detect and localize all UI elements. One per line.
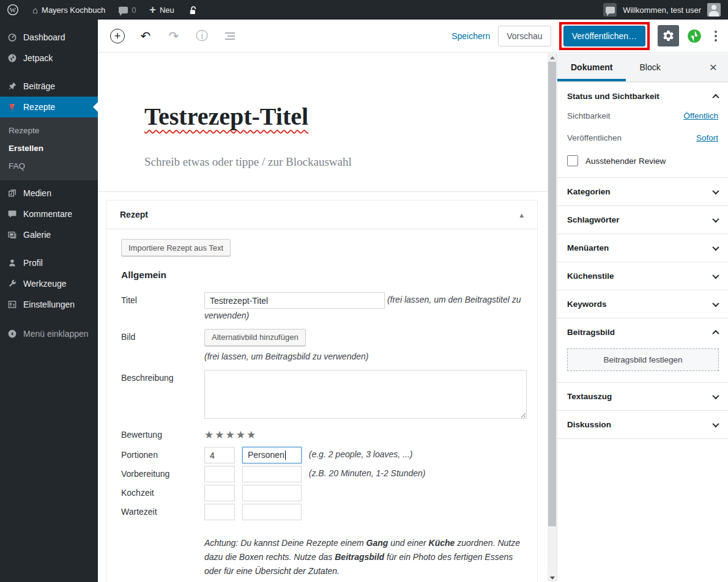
submenu-item-erstellen[interactable]: Erstellen: [0, 139, 98, 157]
import-recipe-button[interactable]: Importiere Rezept aus Text: [121, 239, 231, 256]
panel-menuearten[interactable]: Menüarten: [557, 234, 728, 262]
wordpress-logo-icon[interactable]: W: [0, 0, 26, 20]
sidebar-item-gallery[interactable]: Galerie: [0, 224, 98, 245]
submenu-item-faq[interactable]: FAQ: [0, 157, 98, 175]
recipe-metabox-header[interactable]: Rezept ▴: [106, 201, 537, 229]
plus-circle-icon: +: [110, 29, 125, 43]
cook-time-unit-input[interactable]: [242, 485, 302, 501]
sidebar-item-dashboard[interactable]: Dashboard: [0, 27, 98, 48]
redo-button[interactable]: ↷: [163, 25, 185, 47]
scroll-down-arrow[interactable]: [548, 574, 557, 582]
set-featured-image-button[interactable]: Beitragsbild festlegen: [567, 348, 719, 371]
prep-time-unit-input[interactable]: [242, 466, 302, 482]
welcome-text: Willkommen, test user: [623, 6, 701, 15]
list-view-icon: [225, 32, 235, 40]
editor-canvas: Testrezept-Titel Schreib etwas oder tipp…: [98, 53, 548, 582]
block-inserter-button[interactable]: +: [106, 25, 128, 47]
chevron-down-icon: [712, 392, 719, 399]
panel-beitragsbild[interactable]: Beitragsbild: [557, 318, 728, 346]
notification-bubble-icon: [606, 7, 615, 13]
panel-kategorien[interactable]: Kategorien: [557, 177, 728, 205]
dashboard-gauge-icon: [7, 32, 17, 42]
visibility-link[interactable]: Öffentlich: [683, 111, 718, 120]
servings-unit-input[interactable]: Personen: [242, 447, 302, 463]
panel-schlagwoerter[interactable]: Schlagwörter: [557, 205, 728, 234]
add-alt-image-button[interactable]: Alternativbild hinzufügen: [204, 329, 306, 346]
recipe-metabox: Rezept ▴ Importiere Rezept aus Text Allg…: [106, 200, 538, 582]
user-icon: [7, 258, 17, 268]
submenu-item-rezepte[interactable]: Rezepte: [0, 122, 98, 139]
sidebar-item-recipes[interactable]: Rezepte: [0, 97, 98, 117]
avatar[interactable]: [707, 3, 721, 17]
panel-kuechenstile[interactable]: Küchenstile: [557, 262, 728, 290]
sidebar-item-tools[interactable]: Werkzeuge: [0, 273, 98, 294]
chevron-down-icon: [712, 187, 719, 194]
scrollbar-thumb[interactable]: [548, 62, 556, 526]
preview-button[interactable]: Vorschau: [498, 26, 551, 46]
publish-button[interactable]: Veröffentlichen…: [563, 26, 645, 46]
cook-time-amount-input[interactable]: [204, 485, 235, 501]
block-navigation-button[interactable]: [219, 25, 241, 47]
panel-keywords[interactable]: Keywords: [557, 290, 728, 318]
scroll-up-arrow[interactable]: [548, 53, 557, 61]
pending-review-label: Ausstehender Review: [585, 157, 666, 166]
undo-button[interactable]: ↶: [135, 25, 157, 47]
vorbereitung-hint: (z.B. 20 Minuten, 1-2 Stunden): [309, 468, 426, 478]
notification-bubble-button[interactable]: [603, 3, 617, 17]
publish-date-link[interactable]: Sofort: [696, 133, 718, 142]
site-name: Mayers Kochbuch: [42, 6, 105, 15]
tab-document[interactable]: Dokument: [557, 53, 626, 81]
field-label-bewertung: Bewertung: [121, 427, 204, 444]
comments-icon: [7, 209, 17, 219]
chevron-down-icon: [712, 300, 719, 306]
chevron-down-icon: [712, 243, 719, 250]
content-scrollbar[interactable]: [548, 53, 557, 582]
wrench-icon: [7, 279, 17, 289]
panel-status-visibility[interactable]: Status und Sichtbarkeit: [557, 82, 728, 110]
settings-toggle-button[interactable]: [658, 25, 679, 46]
new-label: Neu: [160, 6, 174, 15]
tab-block[interactable]: Block: [626, 53, 674, 81]
admin-menu: Dashboard Jetpack Beiträge Rezepte Rezep…: [0, 20, 98, 582]
sidebar-item-settings[interactable]: Einstellungen: [0, 294, 98, 315]
sidebar-item-jetpack[interactable]: Jetpack: [0, 48, 98, 68]
more-options-button[interactable]: [710, 27, 722, 45]
comments-admin-link[interactable]: 0: [112, 0, 143, 20]
post-title-block[interactable]: Testrezept-Titel: [144, 102, 548, 131]
sidebar-item-comments[interactable]: Kommentare: [0, 204, 98, 224]
sidebar-item-posts[interactable]: Beiträge: [0, 76, 98, 97]
wait-time-amount-input[interactable]: [204, 504, 235, 520]
recipe-title-input[interactable]: [204, 292, 385, 309]
content-structure-button[interactable]: ⓘ: [191, 25, 213, 47]
publish-date-label: Veröffentlichen: [567, 133, 622, 142]
panel-diskussion[interactable]: Diskussion: [557, 410, 728, 438]
pending-review-checkbox[interactable]: [567, 155, 578, 166]
unlock-icon: [188, 5, 198, 15]
collapse-menu-button[interactable]: Menü einklappen: [0, 323, 98, 344]
editor-toolbar: + ↶ ↷ ⓘ Speichern Vorschau Veröffentlich…: [98, 20, 728, 53]
home-icon: ⌂: [32, 6, 38, 15]
sidebar-item-media[interactable]: Medien: [0, 183, 98, 204]
chevron-down-icon: [712, 420, 719, 427]
new-content-link[interactable]: + Neu: [143, 0, 180, 20]
save-draft-link[interactable]: Speichern: [451, 31, 490, 41]
panel-textauszug[interactable]: Textauszug: [557, 382, 728, 410]
servings-amount-input[interactable]: [204, 447, 235, 463]
visibility-label: Sichtbarkeit: [567, 111, 611, 120]
jetpack-toolbar-icon[interactable]: [687, 29, 702, 43]
field-label-portionen: Portionen: [121, 447, 204, 463]
admin-bar: W ⌂ Mayers Kochbuch 0 + Neu Willkommen, …: [0, 0, 728, 20]
description-textarea[interactable]: [204, 370, 527, 419]
prep-time-amount-input[interactable]: [204, 466, 235, 482]
field-label-wartezeit: Wartezeit: [121, 504, 204, 520]
settings-sidebar: Dokument Block × Status und Sichtbarkeit…: [557, 53, 728, 582]
sidebar-item-profile[interactable]: Profil: [0, 252, 98, 273]
field-label-titel: Titel: [121, 292, 204, 323]
ssl-unlock-indicator[interactable]: [181, 0, 205, 20]
close-sidebar-button[interactable]: ×: [699, 53, 728, 81]
rating-stars[interactable]: ★★★★★: [204, 429, 257, 441]
wait-time-unit-input[interactable]: [242, 504, 302, 520]
site-home-link[interactable]: ⌂ Mayers Kochbuch: [26, 0, 112, 20]
paragraph-block-placeholder[interactable]: Schreib etwas oder tippe / zur Blockausw…: [144, 155, 548, 169]
collapse-triangle-icon[interactable]: ▴: [519, 210, 524, 219]
